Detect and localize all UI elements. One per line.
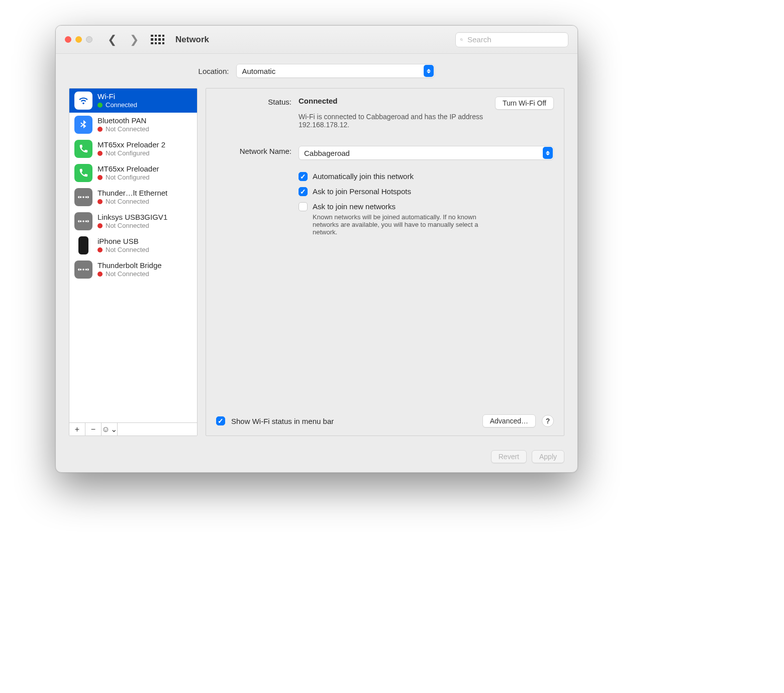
interface-item-iphone-usb[interactable]: iPhone USB Not Connected — [69, 233, 197, 257]
show-menubar-checkbox[interactable] — [216, 416, 225, 425]
svg-point-7 — [85, 220, 87, 222]
ethernet-icon — [74, 212, 92, 230]
interface-item-wifi[interactable]: Wi-Fi Connected — [69, 89, 197, 113]
auto-join-checkbox[interactable] — [299, 172, 308, 181]
dropdown-stepper-icon — [543, 147, 553, 159]
sidebar-toolbar: + − ☺ ⌄ — [69, 422, 197, 436]
dialog-buttons: Revert Apply — [69, 443, 564, 463]
toolbar: ❮ ❯ Network — [56, 26, 577, 54]
ethernet-icon — [74, 188, 92, 206]
status-dot-icon — [97, 272, 103, 277]
status-dot-icon — [97, 247, 103, 252]
zoom-window-button[interactable] — [86, 36, 92, 43]
status-dot-icon — [97, 103, 103, 108]
interface-status: Not Configured — [106, 149, 149, 157]
auto-join-label: Automatically join this network — [313, 172, 414, 181]
show-menubar-label: Show Wi-Fi status in menu bar — [231, 417, 334, 425]
interface-list: Wi-Fi Connected Bluetooth PAN Not Connec… — [69, 89, 197, 422]
phone-icon — [74, 140, 92, 158]
remove-interface-button[interactable]: − — [85, 423, 102, 436]
add-interface-button[interactable]: + — [69, 423, 85, 436]
personal-hotspots-label: Ask to join Personal Hotspots — [313, 187, 411, 196]
interface-name: Bluetooth PAN — [97, 116, 149, 126]
search-field[interactable] — [455, 32, 568, 47]
interface-status: Not Connected — [106, 270, 149, 278]
interface-details-panel: Status: Connected Turn Wi-Fi Off Wi-Fi i… — [206, 88, 564, 436]
svg-point-6 — [82, 220, 84, 222]
traffic-lights — [65, 36, 92, 43]
toggle-wifi-button[interactable]: Turn Wi-Fi Off — [495, 97, 554, 110]
svg-line-1 — [462, 40, 463, 41]
window-title: Network — [175, 35, 209, 45]
phone-icon — [74, 164, 92, 182]
interface-item-thunderbolt-ethernet[interactable]: Thunder…lt Ethernet Not Connected — [69, 185, 197, 209]
back-button[interactable]: ❮ — [105, 33, 120, 46]
interface-name: Linksys USB3GIGV1 — [97, 213, 167, 222]
interface-item-bluetooth-pan[interactable]: Bluetooth PAN Not Connected — [69, 113, 197, 137]
status-label: Status: — [216, 97, 291, 106]
svg-point-0 — [460, 38, 462, 40]
svg-point-3 — [82, 196, 84, 198]
interface-item-mt65xx[interactable]: MT65xx Preloader Not Configured — [69, 161, 197, 185]
advanced-button[interactable]: Advanced… — [482, 414, 536, 427]
status-dot-icon — [97, 199, 103, 204]
svg-point-10 — [85, 269, 87, 271]
dropdown-stepper-icon — [424, 65, 434, 77]
svg-point-4 — [85, 196, 87, 198]
interface-name: Wi-Fi — [97, 92, 137, 102]
location-value: Automatic — [242, 67, 275, 75]
show-all-icon[interactable] — [151, 35, 164, 45]
interface-status: Not Connected — [106, 222, 149, 230]
status-description: Wi-Fi is connected to Cabbageroad and ha… — [299, 113, 484, 129]
interface-status: Not Connected — [106, 125, 149, 133]
interface-name: Thunder…lt Ethernet — [97, 189, 167, 198]
interface-name: Thunderbolt Bridge — [97, 261, 162, 271]
wifi-icon — [74, 92, 92, 110]
status-dot-icon — [97, 151, 103, 156]
location-label: Location: — [199, 67, 229, 75]
network-name-value: Cabbageroad — [304, 149, 350, 157]
interface-status: Not Connected — [106, 246, 149, 254]
svg-point-5 — [80, 220, 82, 222]
interface-item-linksys[interactable]: Linksys USB3GIGV1 Not Connected — [69, 209, 197, 233]
close-window-button[interactable] — [65, 36, 71, 43]
interface-name: MT65xx Preloader 2 — [97, 140, 165, 150]
help-button[interactable]: ? — [542, 415, 554, 427]
minimize-window-button[interactable] — [75, 36, 82, 43]
interface-sidebar: Wi-Fi Connected Bluetooth PAN Not Connec… — [69, 88, 198, 436]
interface-status: Not Connected — [106, 198, 149, 206]
network-name-select[interactable]: Cabbageroad — [299, 146, 554, 160]
interface-status: Connected — [106, 101, 137, 109]
interface-name: iPhone USB — [97, 237, 149, 246]
network-name-label: Network Name: — [216, 146, 291, 155]
search-icon — [460, 36, 463, 44]
apply-button[interactable]: Apply — [532, 450, 564, 463]
network-preferences-window: ❮ ❯ Network Location: Automatic — [55, 25, 578, 473]
bluetooth-icon — [74, 116, 92, 134]
interface-item-thunderbolt-bridge[interactable]: Thunderbolt Bridge Not Connected — [69, 257, 197, 282]
svg-point-9 — [82, 269, 84, 271]
svg-point-8 — [80, 269, 82, 271]
status-value: Connected — [299, 97, 338, 105]
iphone-icon — [78, 236, 88, 254]
ask-new-networks-label: Ask to join new networks — [313, 202, 396, 211]
forward-button[interactable]: ❯ — [127, 33, 142, 46]
interface-actions-menu[interactable]: ☺ ⌄ — [102, 423, 118, 436]
location-row: Location: Automatic — [69, 64, 564, 78]
ask-new-networks-checkbox[interactable] — [299, 202, 308, 211]
status-dot-icon — [97, 127, 103, 132]
interface-status: Not Configured — [106, 174, 149, 182]
interface-name: MT65xx Preloader — [97, 164, 159, 174]
ask-new-networks-hint: Known networks will be joined automatica… — [313, 213, 494, 236]
ethernet-icon — [74, 261, 92, 279]
search-input[interactable] — [466, 35, 564, 44]
revert-button[interactable]: Revert — [491, 450, 527, 463]
interface-item-mt65xx-2[interactable]: MT65xx Preloader 2 Not Configured — [69, 137, 197, 161]
status-dot-icon — [97, 223, 103, 228]
status-dot-icon — [97, 175, 103, 180]
location-select[interactable]: Automatic — [236, 64, 435, 78]
personal-hotspots-checkbox[interactable] — [299, 187, 308, 196]
svg-point-2 — [80, 196, 82, 198]
